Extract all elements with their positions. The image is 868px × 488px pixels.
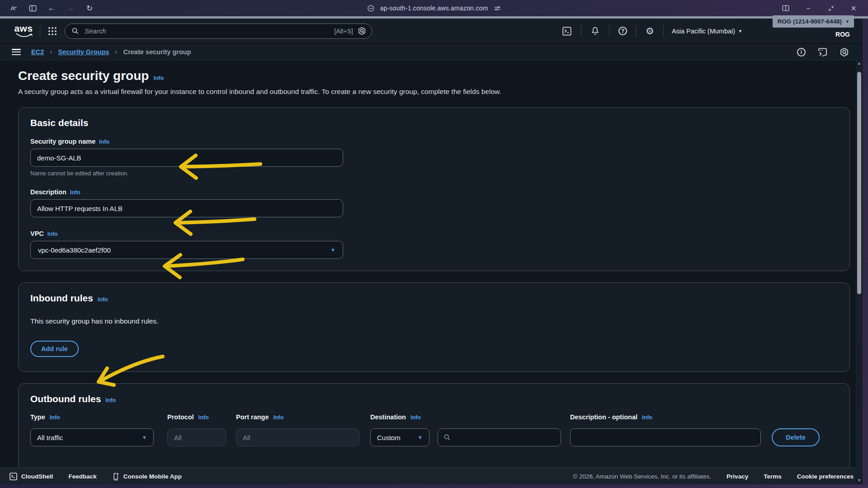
split-view-icon[interactable]: [779, 2, 792, 14]
amazon-q-icon: [358, 27, 366, 35]
col-protocol-label: Protocol: [167, 413, 194, 421]
cloudshell-icon: [9, 472, 18, 481]
col-destination-label: Destination: [370, 413, 406, 421]
menu-hamburger-icon[interactable]: [12, 49, 21, 55]
page-scrollbar[interactable]: ▲ ▼: [856, 60, 863, 484]
aws-logo[interactable]: aws: [14, 24, 33, 38]
footer-terms-link[interactable]: Terms: [764, 473, 782, 480]
account-menu-label: ROG (1214-9007-6448): [777, 18, 842, 25]
outbound-info-link[interactable]: Info: [105, 397, 116, 404]
reload-button[interactable]: ↻: [83, 2, 96, 14]
notifications-bell-icon[interactable]: [581, 26, 609, 36]
search-icon: [71, 27, 79, 35]
chevron-down-icon: ▼: [142, 435, 147, 440]
amazon-q-icon[interactable]: [840, 47, 849, 57]
outbound-destination-type-value: Custom: [377, 434, 401, 441]
footer-cookie-link[interactable]: Cookie preferences: [797, 473, 854, 480]
account-short-name: ROG: [835, 31, 850, 38]
outbound-port-range-field: All: [236, 428, 359, 446]
header-separator: [40, 25, 40, 37]
region-selector[interactable]: Asia Pacific (Mumbai) ▼: [664, 28, 747, 35]
minimize-button[interactable]: −: [802, 2, 815, 14]
sg-description-input[interactable]: [30, 199, 343, 217]
outbound-type-select[interactable]: All traffic ▼: [30, 428, 154, 446]
close-button[interactable]: ×: [847, 2, 860, 14]
col-port-range-label: Port range: [236, 413, 269, 421]
outbound-destination-type-select[interactable]: Custom ▼: [370, 428, 429, 446]
vpc-info-link[interactable]: Info: [47, 231, 58, 237]
delete-rule-button[interactable]: Delete: [772, 428, 820, 446]
settings-gear-icon[interactable]: ⚙: [637, 26, 663, 36]
feedback-window-icon[interactable]: [817, 47, 828, 57]
footer-cloudshell[interactable]: CloudShell: [9, 472, 53, 481]
sg-description-label: Description: [30, 188, 66, 196]
col-description-info-link[interactable]: Info: [642, 414, 652, 421]
sg-description-info-link[interactable]: Info: [70, 189, 80, 196]
cloudshell-icon[interactable]: [553, 26, 581, 36]
scroll-down-icon[interactable]: ▼: [857, 477, 861, 483]
vpc-label: VPC: [30, 230, 44, 237]
services-grid-icon[interactable]: [48, 27, 57, 35]
account-menu[interactable]: ROG (1214-9007-6448) ▼: [773, 15, 854, 28]
scrollbar-thumb[interactable]: [857, 72, 861, 294]
add-rule-button[interactable]: Add rule: [30, 341, 79, 357]
sg-name-info-link[interactable]: Info: [99, 139, 109, 145]
chevron-down-icon: ▼: [738, 29, 742, 33]
sg-name-label: Security group name: [30, 138, 95, 145]
chevron-down-icon: ▼: [845, 19, 849, 24]
footer-mobile-app[interactable]: Console Mobile App: [112, 472, 182, 481]
sidebar-toggle-icon[interactable]: [26, 2, 39, 14]
footer-privacy-link[interactable]: Privacy: [726, 473, 748, 480]
scroll-up-icon[interactable]: ▲: [857, 60, 861, 66]
help-icon[interactable]: ?: [609, 27, 636, 35]
breadcrumb-ec2-link[interactable]: EC2: [31, 48, 44, 56]
breadcrumb-separator: ›: [50, 48, 52, 56]
back-button[interactable]: ←: [45, 2, 58, 14]
restore-button[interactable]: [825, 2, 837, 14]
sg-name-input[interactable]: [30, 149, 343, 167]
footer-feedback[interactable]: Feedback: [69, 473, 97, 480]
tune-icon[interactable]: [493, 5, 501, 12]
col-type-info-link[interactable]: Info: [50, 414, 60, 421]
col-port-info-link[interactable]: Info: [274, 414, 284, 421]
search-shortcut: [Alt+S]: [334, 28, 353, 35]
chevron-down-icon: ▼: [330, 247, 335, 253]
chevron-down-icon: ▼: [418, 435, 423, 440]
browser-titlebar: ← → ↻ ap-south-1.console.aws.amazon.com …: [0, 0, 868, 16]
region-label: Asia Pacific (Mumbai): [672, 28, 735, 35]
breadcrumb-security-groups-link[interactable]: Security Groups: [58, 48, 109, 56]
main-content: Create security group Info A security gr…: [0, 69, 868, 483]
window-edge-bottom: [0, 484, 868, 488]
browser-logo-icon: [7, 2, 20, 14]
console-footer: CloudShell Feedback Console Mobile App ©…: [0, 468, 863, 484]
aws-logo-text: aws: [14, 24, 33, 33]
forward-button[interactable]: →: [64, 2, 77, 14]
window-edge: [863, 19, 868, 488]
basic-details-panel: Basic details Security group name Info N…: [18, 107, 850, 271]
sg-name-helper: Name cannot be edited after creation.: [30, 170, 838, 177]
console-search[interactable]: [Alt+S]: [65, 23, 372, 39]
breadcrumb-separator: ›: [115, 48, 117, 56]
url-bar[interactable]: ap-south-1.console.aws.amazon.com: [367, 0, 501, 16]
search-icon: [443, 434, 451, 441]
vpc-select[interactable]: vpc-0ed6a380c2aef2f00 ▼: [30, 241, 343, 259]
link-icon: [367, 5, 375, 12]
col-description-label: Description - optional: [570, 413, 637, 421]
col-protocol-info-link[interactable]: Info: [198, 414, 209, 421]
search-input[interactable]: [84, 27, 330, 35]
basic-details-heading: Basic details: [30, 117, 88, 128]
outbound-protocol-field: All: [167, 428, 226, 446]
vpc-select-value: vpc-0ed6a380c2aef2f00: [38, 246, 111, 254]
outbound-description-input[interactable]: [570, 428, 761, 446]
page-info-link[interactable]: Info: [153, 75, 164, 81]
outbound-rules-heading: Outbound rules: [30, 394, 101, 404]
breadcrumb-current: Create security group: [123, 48, 191, 56]
col-type-label: Type: [30, 413, 45, 421]
tab-strip: [0, 16, 868, 19]
col-destination-info-link[interactable]: Info: [410, 414, 421, 421]
inbound-info-link[interactable]: Info: [98, 296, 108, 303]
outbound-destination-search[interactable]: [438, 428, 561, 446]
page-title: Create security group: [18, 69, 149, 83]
info-icon[interactable]: i: [797, 48, 806, 56]
mobile-app-icon: [112, 472, 120, 481]
